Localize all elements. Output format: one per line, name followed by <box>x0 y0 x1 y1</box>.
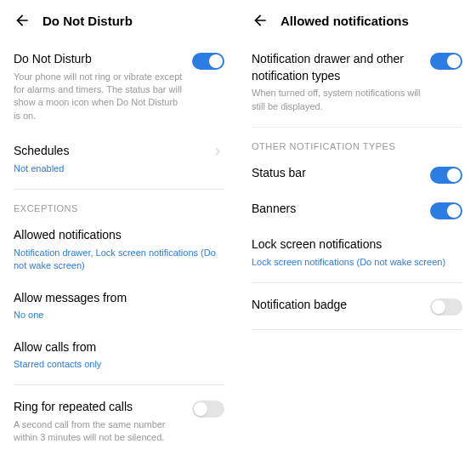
repeated-label: Ring for repeated calls <box>14 399 184 416</box>
repeated-desc: A second call from the same number withi… <box>14 418 184 445</box>
repeated-calls-row[interactable]: Ring for repeated calls A second call fr… <box>10 390 228 452</box>
statusbar-toggle[interactable] <box>430 167 462 184</box>
page-title: Allowed notifications <box>280 14 409 28</box>
drawer-toggle[interactable] <box>430 53 462 70</box>
badge-toggle[interactable] <box>430 299 462 316</box>
schedules-value: Not enabled <box>14 162 202 175</box>
allowed-notifications-row[interactable]: Allowed notifications Notification drawe… <box>10 219 228 281</box>
statusbar-label: Status bar <box>252 165 306 182</box>
repeated-toggle[interactable] <box>192 401 224 418</box>
allowed-label: Allowed notifications <box>14 227 224 244</box>
divider <box>14 384 224 385</box>
badge-label: Notification badge <box>252 297 347 314</box>
lockscreen-row[interactable]: Lock screen notifications Lock screen no… <box>248 228 466 277</box>
dnd-label: Do Not Disturb <box>14 51 184 68</box>
dnd-panel: Do Not Disturb Do Not Disturb Your phone… <box>0 0 238 455</box>
drawer-label: Notification drawer and other notificati… <box>252 51 422 84</box>
dnd-toggle[interactable] <box>192 53 224 70</box>
banners-row[interactable]: Banners <box>248 192 466 228</box>
page-title: Do Not Disturb <box>42 14 133 28</box>
schedules-label: Schedules <box>14 143 202 160</box>
banners-label: Banners <box>252 201 296 218</box>
lockscreen-value: Lock screen notifications (Do not wake s… <box>252 256 462 269</box>
badge-row[interactable]: Notification badge <box>248 288 466 324</box>
drawer-desc: When turned off, system notifications wi… <box>252 87 422 113</box>
allow-calls-row[interactable]: Allow calls from Starred contacts only <box>10 331 228 380</box>
calls-value: Starred contacts only <box>14 358 224 371</box>
divider <box>252 282 462 283</box>
header: Do Not Disturb <box>10 0 228 43</box>
statusbar-row[interactable]: Status bar <box>248 156 466 192</box>
messages-label: Allow messages from <box>14 290 224 307</box>
back-icon[interactable] <box>14 12 31 29</box>
allow-messages-row[interactable]: Allow messages from No one <box>10 282 228 331</box>
lockscreen-label: Lock screen notifications <box>252 236 462 253</box>
messages-value: No one <box>14 309 224 321</box>
allowed-value: Notification drawer, Lock screen notific… <box>14 247 224 273</box>
dnd-toggle-row[interactable]: Do Not Disturb Your phone will not ring … <box>10 43 228 131</box>
banners-toggle[interactable] <box>430 202 462 219</box>
dnd-desc: Your phone will not ring or vibrate exce… <box>14 71 184 123</box>
exceptions-header: EXCEPTIONS <box>10 195 228 219</box>
calls-label: Allow calls from <box>14 339 224 356</box>
allowed-panel: Allowed notifications Notification drawe… <box>238 0 476 455</box>
drawer-row[interactable]: Notification drawer and other notificati… <box>248 43 466 122</box>
divider <box>252 127 462 128</box>
schedules-row[interactable]: Schedules Not enabled <box>10 134 228 184</box>
other-types-header: OTHER NOTIFICATION TYPES <box>248 133 466 156</box>
chevron-right-icon <box>211 145 224 158</box>
divider <box>14 189 224 190</box>
header: Allowed notifications <box>248 0 466 43</box>
divider <box>252 329 462 330</box>
back-icon[interactable] <box>252 12 269 29</box>
